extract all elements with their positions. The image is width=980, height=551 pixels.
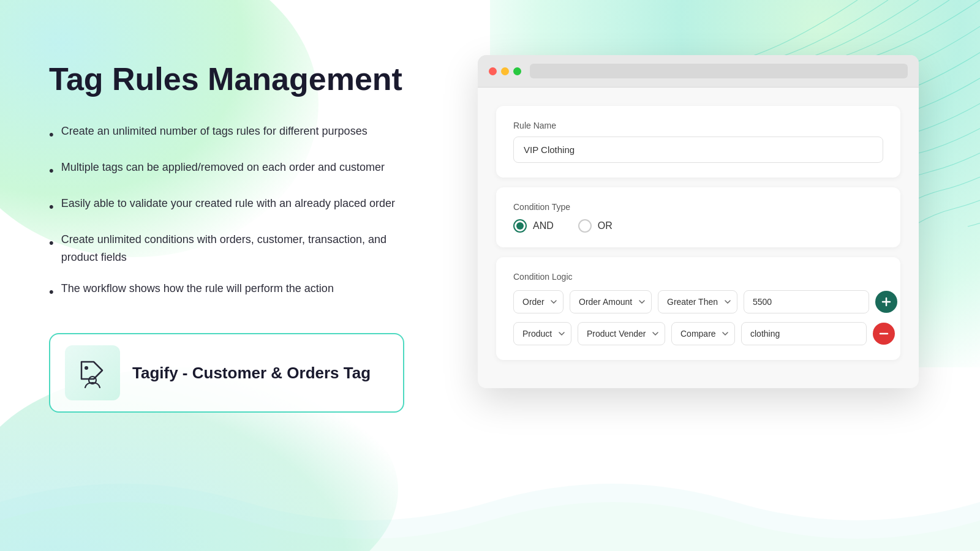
rule-name-label: Rule Name	[513, 121, 883, 130]
list-item: Create unlimited conditions with orders,…	[49, 231, 417, 266]
field1-select-row2[interactable]: Product	[513, 322, 571, 345]
feature-text: The workflow shows how the rule will per…	[61, 280, 334, 298]
app-icon	[75, 356, 110, 390]
radio-or[interactable]: OR	[578, 219, 612, 233]
dot-green[interactable]	[513, 67, 521, 75]
svg-point-0	[85, 366, 88, 370]
value-input-row2[interactable]	[741, 322, 867, 345]
feature-text: Create unlimited conditions with orders,…	[61, 231, 417, 266]
condition-type-card: Condition Type AND OR	[496, 187, 900, 247]
radio-group: AND OR	[513, 219, 883, 233]
list-item: Easily able to validate your created rul…	[49, 195, 417, 217]
radio-and-label: AND	[533, 220, 554, 231]
app-icon-box	[65, 345, 120, 400]
dot-red[interactable]	[489, 67, 497, 75]
feature-text: Multiple tags can be applied/removed on …	[61, 159, 385, 176]
field2-select-row1[interactable]: Order Amount	[570, 290, 652, 313]
condition-row-2: Product Product Vender Compare	[513, 322, 883, 345]
rule-name-input[interactable]	[513, 137, 883, 163]
radio-and[interactable]: AND	[513, 219, 554, 233]
field3-select-row1[interactable]: Greater Then	[658, 290, 737, 313]
browser-dots	[489, 67, 521, 75]
feature-list: Create an unlimited number of tags rules…	[49, 122, 417, 302]
remove-condition-button[interactable]	[873, 323, 895, 345]
feature-text: Create an unlimited number of tags rules…	[61, 122, 368, 140]
app-card-title: Tagify - Customer & Orders Tag	[132, 364, 371, 383]
right-panel: Rule Name Condition Type AND	[453, 49, 943, 388]
field2-select-row2[interactable]: Product Vender	[578, 322, 665, 345]
app-card: Tagify - Customer & Orders Tag	[49, 333, 404, 413]
value-input-row1[interactable]	[744, 290, 869, 313]
condition-logic-label: Condition Logic	[513, 272, 883, 282]
field3-select-row2[interactable]: Compare	[671, 322, 735, 345]
plus-icon	[881, 297, 891, 307]
add-condition-button[interactable]	[875, 291, 897, 313]
minus-icon	[879, 329, 889, 339]
list-item: Multiple tags can be applied/removed on …	[49, 159, 417, 181]
browser-content: Rule Name Condition Type AND	[478, 88, 919, 388]
condition-row-1: Order Order Amount Greater Then	[513, 290, 883, 313]
page-title: Tag Rules Management	[49, 61, 417, 98]
left-panel: Tag Rules Management Create an unlimited…	[49, 49, 417, 413]
browser-topbar	[478, 55, 919, 88]
radio-and-circle[interactable]	[513, 219, 527, 233]
list-item: Create an unlimited number of tags rules…	[49, 122, 417, 145]
browser-window: Rule Name Condition Type AND	[478, 55, 919, 388]
condition-logic-card: Condition Logic Order Order Amount Great…	[496, 257, 900, 360]
condition-type-label: Condition Type	[513, 202, 883, 212]
field1-select-row1[interactable]: Order	[513, 290, 564, 313]
dot-yellow[interactable]	[501, 67, 509, 75]
browser-url-bar	[530, 64, 908, 78]
feature-text: Easily able to validate your created rul…	[61, 195, 395, 212]
radio-or-circle[interactable]	[578, 219, 592, 233]
list-item: The workflow shows how the rule will per…	[49, 280, 417, 302]
radio-or-label: OR	[598, 220, 612, 231]
rule-name-card: Rule Name	[496, 106, 900, 178]
